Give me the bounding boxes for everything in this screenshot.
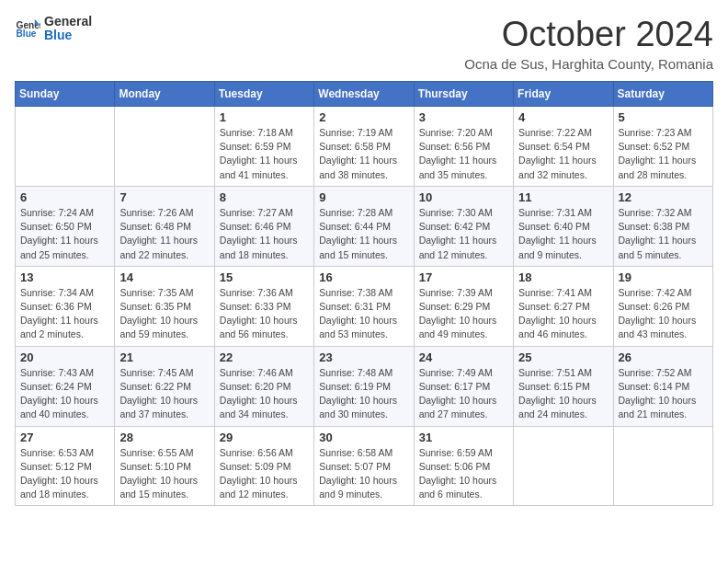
day-number: 29 xyxy=(220,431,309,444)
day-detail: Sunrise: 6:59 AM Sunset: 5:06 PM Dayligh… xyxy=(419,446,508,502)
calendar-cell: 2Sunrise: 7:19 AM Sunset: 6:58 PM Daylig… xyxy=(314,107,414,187)
location-subtitle: Ocna de Sus, Harghita County, Romania xyxy=(464,56,713,72)
calendar-cell: 1Sunrise: 7:18 AM Sunset: 6:59 PM Daylig… xyxy=(214,107,313,187)
day-detail: Sunrise: 7:41 AM Sunset: 6:27 PM Dayligh… xyxy=(518,286,608,342)
calendar-cell: 3Sunrise: 7:20 AM Sunset: 6:56 PM Daylig… xyxy=(414,107,513,187)
day-number: 10 xyxy=(419,190,508,204)
calendar-week-row: 6Sunrise: 7:24 AM Sunset: 6:50 PM Daylig… xyxy=(16,186,713,266)
calendar-day-header: Friday xyxy=(514,82,613,107)
calendar-week-row: 27Sunrise: 6:53 AM Sunset: 5:12 PM Dayli… xyxy=(16,426,713,506)
day-number: 20 xyxy=(20,350,109,364)
day-detail: Sunrise: 7:48 AM Sunset: 6:19 PM Dayligh… xyxy=(319,366,408,422)
day-detail: Sunrise: 7:19 AM Sunset: 6:58 PM Dayligh… xyxy=(319,126,408,182)
day-detail: Sunrise: 7:49 AM Sunset: 6:17 PM Dayligh… xyxy=(419,366,508,422)
day-number: 21 xyxy=(119,350,209,364)
day-detail: Sunrise: 7:23 AM Sunset: 6:52 PM Dayligh… xyxy=(619,126,708,182)
calendar-header-row: SundayMondayTuesdayWednesdayThursdayFrid… xyxy=(16,82,713,107)
day-detail: Sunrise: 7:26 AM Sunset: 6:48 PM Dayligh… xyxy=(119,206,209,262)
day-number: 24 xyxy=(419,350,508,364)
calendar-day-header: Monday xyxy=(115,82,214,107)
day-detail: Sunrise: 7:36 AM Sunset: 6:33 PM Dayligh… xyxy=(220,286,309,342)
calendar-cell: 17Sunrise: 7:39 AM Sunset: 6:29 PM Dayli… xyxy=(414,266,513,346)
day-detail: Sunrise: 7:34 AM Sunset: 6:36 PM Dayligh… xyxy=(20,286,109,342)
calendar-cell: 11Sunrise: 7:31 AM Sunset: 6:40 PM Dayli… xyxy=(514,186,613,266)
day-detail: Sunrise: 7:18 AM Sunset: 6:59 PM Dayligh… xyxy=(220,126,309,182)
logo-blue-text: Blue xyxy=(44,29,92,42)
calendar-cell: 10Sunrise: 7:30 AM Sunset: 6:42 PM Dayli… xyxy=(414,186,513,266)
calendar-cell: 4Sunrise: 7:22 AM Sunset: 6:54 PM Daylig… xyxy=(514,107,613,187)
day-number: 9 xyxy=(319,190,408,204)
day-detail: Sunrise: 7:51 AM Sunset: 6:15 PM Dayligh… xyxy=(518,366,608,422)
calendar-cell: 6Sunrise: 7:24 AM Sunset: 6:50 PM Daylig… xyxy=(16,186,115,266)
day-detail: Sunrise: 7:35 AM Sunset: 6:35 PM Dayligh… xyxy=(119,286,209,342)
calendar-cell: 24Sunrise: 7:49 AM Sunset: 6:17 PM Dayli… xyxy=(414,346,513,426)
calendar-cell: 26Sunrise: 7:52 AM Sunset: 6:14 PM Dayli… xyxy=(613,346,712,426)
day-number: 16 xyxy=(319,270,408,284)
calendar-cell: 19Sunrise: 7:42 AM Sunset: 6:26 PM Dayli… xyxy=(613,266,712,346)
day-number: 19 xyxy=(619,270,708,284)
day-number: 25 xyxy=(518,350,608,364)
calendar-cell: 30Sunrise: 6:58 AM Sunset: 5:07 PM Dayli… xyxy=(314,426,414,506)
calendar-cell: 18Sunrise: 7:41 AM Sunset: 6:27 PM Dayli… xyxy=(514,266,613,346)
calendar-cell: 25Sunrise: 7:51 AM Sunset: 6:15 PM Dayli… xyxy=(514,346,613,426)
day-detail: Sunrise: 7:39 AM Sunset: 6:29 PM Dayligh… xyxy=(419,286,508,342)
day-number: 11 xyxy=(518,190,608,204)
day-detail: Sunrise: 7:22 AM Sunset: 6:54 PM Dayligh… xyxy=(518,126,608,182)
calendar-week-row: 20Sunrise: 7:43 AM Sunset: 6:24 PM Dayli… xyxy=(16,346,713,426)
day-detail: Sunrise: 6:55 AM Sunset: 5:10 PM Dayligh… xyxy=(119,446,209,502)
day-detail: Sunrise: 7:20 AM Sunset: 6:56 PM Dayligh… xyxy=(419,126,508,182)
day-number: 27 xyxy=(20,431,109,444)
day-detail: Sunrise: 6:56 AM Sunset: 5:09 PM Dayligh… xyxy=(220,446,309,502)
calendar-cell: 21Sunrise: 7:45 AM Sunset: 6:22 PM Dayli… xyxy=(115,346,214,426)
svg-text:Blue: Blue xyxy=(17,29,37,40)
day-number: 23 xyxy=(319,350,408,364)
day-number: 17 xyxy=(419,270,508,284)
calendar-cell xyxy=(514,426,613,506)
calendar-week-row: 13Sunrise: 7:34 AM Sunset: 6:36 PM Dayli… xyxy=(16,266,713,346)
day-number: 6 xyxy=(20,190,109,204)
day-number: 15 xyxy=(220,270,309,284)
logo: General Blue General Blue xyxy=(15,15,92,43)
day-number: 31 xyxy=(419,431,508,444)
day-detail: Sunrise: 7:28 AM Sunset: 6:44 PM Dayligh… xyxy=(319,206,408,262)
day-number: 5 xyxy=(619,110,708,124)
day-detail: Sunrise: 7:31 AM Sunset: 6:40 PM Dayligh… xyxy=(518,206,608,262)
day-number: 3 xyxy=(419,110,508,124)
day-detail: Sunrise: 6:58 AM Sunset: 5:07 PM Dayligh… xyxy=(319,446,408,502)
day-detail: Sunrise: 7:42 AM Sunset: 6:26 PM Dayligh… xyxy=(619,286,708,342)
day-number: 1 xyxy=(220,110,309,124)
calendar-cell: 31Sunrise: 6:59 AM Sunset: 5:06 PM Dayli… xyxy=(414,426,513,506)
day-number: 2 xyxy=(319,110,408,124)
calendar-cell: 23Sunrise: 7:48 AM Sunset: 6:19 PM Dayli… xyxy=(314,346,414,426)
calendar-cell: 15Sunrise: 7:36 AM Sunset: 6:33 PM Dayli… xyxy=(214,266,313,346)
day-detail: Sunrise: 7:30 AM Sunset: 6:42 PM Dayligh… xyxy=(419,206,508,262)
day-detail: Sunrise: 7:52 AM Sunset: 6:14 PM Dayligh… xyxy=(619,366,708,422)
calendar-cell: 7Sunrise: 7:26 AM Sunset: 6:48 PM Daylig… xyxy=(115,186,214,266)
calendar-cell: 28Sunrise: 6:55 AM Sunset: 5:10 PM Dayli… xyxy=(115,426,214,506)
calendar-table: SundayMondayTuesdayWednesdayThursdayFrid… xyxy=(15,81,713,506)
month-title: October 2024 xyxy=(464,15,713,54)
calendar-day-header: Tuesday xyxy=(214,82,313,107)
day-number: 26 xyxy=(619,350,708,364)
day-number: 30 xyxy=(319,431,408,444)
day-number: 22 xyxy=(220,350,309,364)
day-detail: Sunrise: 7:46 AM Sunset: 6:20 PM Dayligh… xyxy=(220,366,309,422)
calendar-cell xyxy=(16,107,115,187)
logo-icon: General Blue xyxy=(15,16,40,41)
day-detail: Sunrise: 7:32 AM Sunset: 6:38 PM Dayligh… xyxy=(619,206,708,262)
calendar-cell: 5Sunrise: 7:23 AM Sunset: 6:52 PM Daylig… xyxy=(613,107,712,187)
day-detail: Sunrise: 7:27 AM Sunset: 6:46 PM Dayligh… xyxy=(220,206,309,262)
day-number: 4 xyxy=(518,110,608,124)
calendar-day-header: Wednesday xyxy=(314,82,414,107)
day-detail: Sunrise: 6:53 AM Sunset: 5:12 PM Dayligh… xyxy=(20,446,109,502)
calendar-cell: 27Sunrise: 6:53 AM Sunset: 5:12 PM Dayli… xyxy=(16,426,115,506)
logo-general-text: General xyxy=(44,15,92,29)
calendar-cell xyxy=(613,426,712,506)
calendar-cell: 16Sunrise: 7:38 AM Sunset: 6:31 PM Dayli… xyxy=(314,266,414,346)
calendar-day-header: Saturday xyxy=(613,82,712,107)
calendar-cell: 14Sunrise: 7:35 AM Sunset: 6:35 PM Dayli… xyxy=(115,266,214,346)
calendar-cell: 20Sunrise: 7:43 AM Sunset: 6:24 PM Dayli… xyxy=(16,346,115,426)
day-number: 14 xyxy=(119,270,209,284)
calendar-cell: 29Sunrise: 6:56 AM Sunset: 5:09 PM Dayli… xyxy=(214,426,313,506)
calendar-cell xyxy=(115,107,214,187)
